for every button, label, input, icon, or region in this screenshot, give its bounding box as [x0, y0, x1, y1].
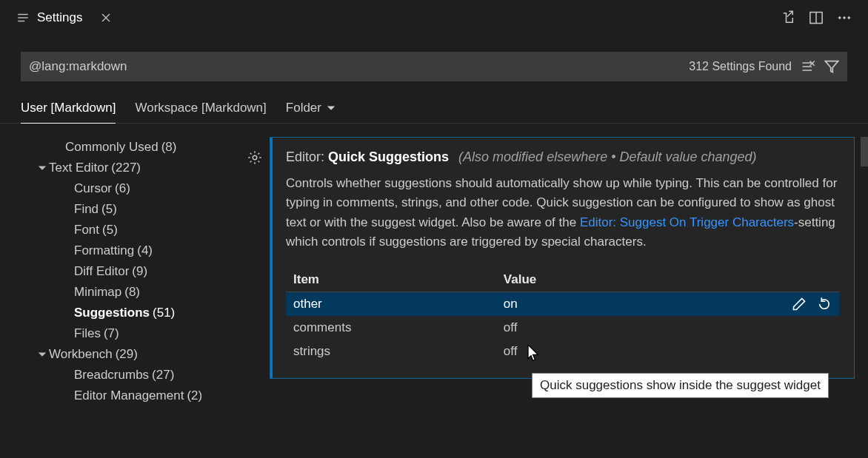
settings-list-icon: [16, 11, 30, 24]
clear-search-icon[interactable]: [801, 59, 815, 74]
tab-title: Settings: [37, 10, 82, 25]
setting-card: Editor: Quick Suggestions (Also modified…: [270, 137, 855, 379]
tree-item-count: (9): [132, 264, 147, 279]
search-input[interactable]: [29, 59, 689, 74]
cell-value: off: [496, 340, 839, 363]
tab-workspace[interactable]: Workspace [Markdown]: [135, 96, 266, 123]
tooltip: Quick suggestions show inside the sugges…: [532, 373, 829, 398]
tree-item-count: (2): [187, 388, 202, 403]
title-actions: [781, 10, 862, 25]
filter-icon[interactable]: [824, 59, 839, 74]
scrollbar-thumb[interactable]: [861, 137, 868, 166]
chevron-down-icon: [36, 163, 49, 173]
svg-point-9: [848, 16, 851, 19]
tree-item-count: (227): [111, 161, 141, 175]
table-row[interactable]: commentsoff: [286, 316, 839, 340]
tab-user[interactable]: User [Markdown]: [21, 96, 116, 124]
split-editor-icon[interactable]: [809, 10, 824, 25]
tree-item-label: Find: [74, 202, 99, 217]
tree-item-font[interactable]: Font (5): [22, 220, 234, 240]
tree-item-label: Minimap: [74, 285, 121, 300]
cell-value: off: [496, 316, 839, 340]
svg-point-15: [253, 155, 257, 160]
col-value: Value: [496, 268, 839, 292]
chevron-down-icon: [326, 103, 336, 113]
tree-item-suggestions[interactable]: Suggestions (51): [22, 303, 234, 323]
tree-item-minimap[interactable]: Minimap (8): [22, 282, 234, 303]
close-icon[interactable]: [100, 12, 112, 24]
cell-item: comments: [286, 316, 496, 340]
setting-title-name: Quick Suggestions: [328, 149, 449, 164]
tree-item-files[interactable]: Files (7): [22, 323, 234, 344]
titlebar: Settings: [0, 0, 868, 36]
tree-item-label: Commonly Used: [65, 140, 158, 155]
cell-item: strings: [286, 340, 496, 363]
tree-item-editor-management[interactable]: Editor Management (2): [22, 385, 234, 406]
setting-table: Item Value otheroncommentsoffstringsoff: [286, 268, 839, 363]
tree-item-diff-editor[interactable]: Diff Editor (9): [22, 261, 234, 282]
table-row[interactable]: otheron: [286, 292, 839, 317]
tree-item-formatting[interactable]: Formatting (4): [22, 240, 234, 261]
setting-desc-link[interactable]: Editor: Suggest On Trigger Characters: [580, 215, 794, 229]
setting-title: Editor: Quick Suggestions (Also modified…: [286, 149, 839, 165]
edit-icon[interactable]: [792, 297, 807, 311]
tree-item-label: Font: [74, 223, 99, 238]
tree-item-label: Files: [74, 326, 101, 341]
cell-item: other: [286, 292, 496, 317]
setting-title-meta: (Also modified elsewhere • Default value…: [458, 149, 757, 164]
tree-item-count: (8): [124, 285, 140, 300]
tree-item-count: (27): [152, 368, 174, 383]
tree-item-commonly-used[interactable]: Commonly Used (8): [22, 137, 234, 158]
tree-item-count: (29): [116, 347, 138, 362]
tree-item-label: Text Editor: [49, 161, 108, 175]
search-found-count: 312 Settings Found: [689, 60, 792, 73]
tree-item-workbench[interactable]: Workbench (29): [22, 344, 234, 365]
tree-item-label: Workbench: [49, 347, 113, 362]
chevron-down-icon: [36, 349, 49, 360]
tree-item-count: (4): [137, 243, 153, 258]
tree-item-label: Breadcrumbs: [74, 368, 149, 383]
settings-tree: Commonly Used (8)Text Editor (227)Cursor…: [0, 124, 243, 458]
setting-description: Controls whether suggestions should auto…: [286, 174, 839, 252]
tree-item-text-editor[interactable]: Text Editor (227): [22, 158, 234, 178]
cell-value: on: [496, 292, 839, 317]
tab-folder-label: Folder: [286, 101, 321, 115]
tree-item-count: (8): [161, 140, 177, 155]
svg-point-7: [838, 16, 841, 19]
tree-item-label: Cursor: [74, 181, 112, 196]
search-container: 312 Settings Found: [21, 52, 847, 81]
tree-item-count: (51): [153, 306, 175, 320]
svg-point-8: [843, 16, 846, 19]
more-actions-icon[interactable]: [837, 10, 852, 25]
tab-folder[interactable]: Folder: [286, 96, 336, 123]
tree-item-label: Editor Management: [74, 388, 184, 403]
setting-title-prefix: Editor:: [286, 149, 328, 164]
tree-item-label: Formatting: [74, 243, 134, 258]
tree-item-count: (5): [102, 223, 118, 238]
col-item: Item: [286, 268, 496, 292]
tree-item-count: (6): [115, 181, 130, 196]
search-row: 312 Settings Found: [0, 36, 868, 89]
tree-item-count: (7): [104, 326, 119, 341]
scope-tabs: User [Markdown] Workspace [Markdown] Fol…: [0, 89, 868, 124]
tree-item-cursor[interactable]: Cursor (6): [22, 178, 234, 199]
settings-content: Editor: Quick Suggestions (Also modified…: [243, 124, 868, 458]
tree-item-breadcrumbs[interactable]: Breadcrumbs (27): [22, 365, 234, 385]
tab-settings[interactable]: Settings: [6, 0, 122, 36]
reset-icon[interactable]: [817, 297, 832, 311]
tree-item-find[interactable]: Find (5): [22, 199, 234, 220]
tree-item-label: Suggestions: [74, 306, 150, 320]
table-row[interactable]: stringsoff: [286, 340, 839, 363]
gear-icon[interactable]: [247, 150, 262, 165]
open-settings-json-icon[interactable]: [781, 10, 795, 25]
tree-item-label: Diff Editor: [74, 264, 129, 279]
tree-item-count: (5): [101, 202, 117, 217]
